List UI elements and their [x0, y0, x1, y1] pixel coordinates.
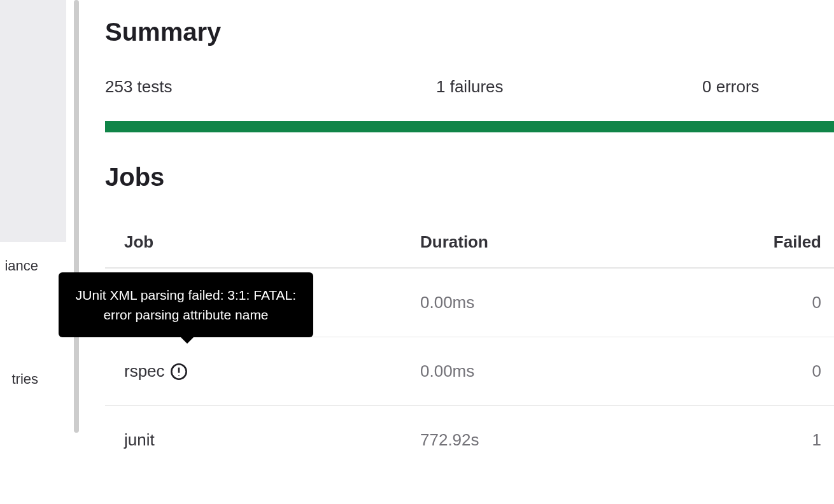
summary-failures: 1 failures — [436, 77, 702, 97]
summary-title: Summary — [105, 18, 834, 46]
summary-stats-row: 253 tests 1 failures 0 errors — [105, 77, 834, 97]
jobs-table: Job Duration Failed 0.00ms 0 rspec — [105, 220, 834, 474]
col-duration-header: Duration — [401, 220, 732, 268]
job-name[interactable]: rspec — [124, 361, 165, 381]
warning-icon[interactable] — [170, 363, 188, 381]
jobs-title: Jobs — [105, 163, 834, 192]
table-row: rspec 0.00ms 0 — [105, 337, 834, 406]
job-failed-count: 0 — [732, 268, 834, 337]
job-failed-count: 1 — [732, 406, 834, 475]
job-duration: 772.92s — [401, 406, 732, 475]
jobs-table-header-row: Job Duration Failed — [105, 220, 834, 268]
main-content: Summary 253 tests 1 failures 0 errors Jo… — [105, 18, 834, 474]
sidebar-item-compliance[interactable]: iance — [0, 253, 38, 279]
col-job-header: Job — [105, 220, 401, 268]
job-failed-count: 0 — [732, 337, 834, 406]
sidebar-top-fragment — [0, 0, 66, 242]
summary-tests: 253 tests — [105, 77, 436, 97]
svg-point-2 — [178, 374, 180, 375]
job-duration: 0.00ms — [401, 337, 732, 406]
job-duration: 0.00ms — [401, 268, 732, 337]
sidebar-bottom-fragment: iance tries — [0, 242, 66, 504]
job-name[interactable]: junit — [124, 430, 155, 450]
summary-progress-bar — [105, 121, 834, 132]
scrollbar-thumb[interactable] — [74, 0, 79, 433]
col-failed-header: Failed — [732, 220, 834, 268]
summary-errors: 0 errors — [702, 77, 760, 97]
table-row: junit 772.92s 1 — [105, 406, 834, 475]
sidebar-item-registries[interactable]: tries — [0, 367, 38, 392]
error-tooltip: JUnit XML parsing failed: 3:1: FATAL: er… — [59, 272, 313, 337]
